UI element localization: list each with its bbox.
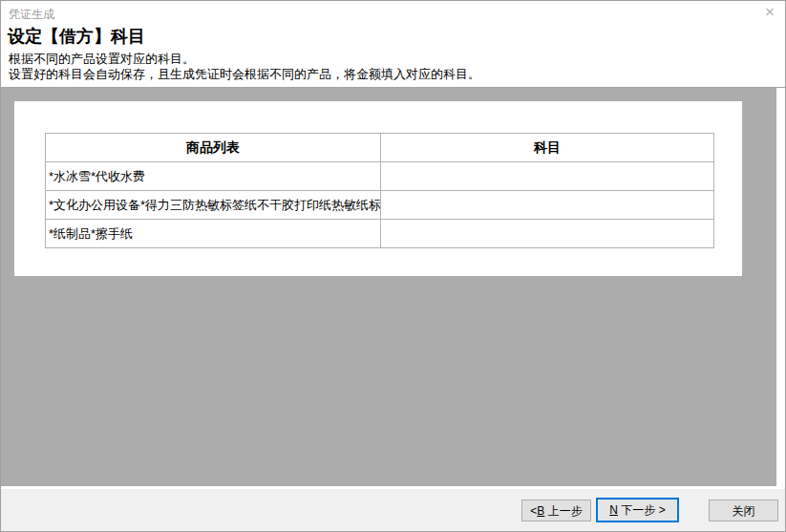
product-cell: *纸制品*擦手纸 xyxy=(46,220,381,248)
white-panel: 商品列表 科目 *水冰雪*代收水费 *文化办公用设备*得力三防热敏标签纸不干胶打… xyxy=(14,101,742,276)
table-row: *文化办公用设备*得力三防热敏标签纸不干胶打印纸热敏纸标签纸 xyxy=(46,191,714,220)
subject-cell[interactable] xyxy=(381,220,714,248)
next-button-accesskey: N xyxy=(609,503,618,517)
products-subjects-table: 商品列表 科目 *水冰雪*代收水费 *文化办公用设备*得力三防热敏标签纸不干胶打… xyxy=(45,133,714,248)
table-header-row: 商品列表 科目 xyxy=(46,134,714,162)
next-button-label: 下一步 > xyxy=(618,503,666,517)
close-icon[interactable]: × xyxy=(765,4,775,20)
subject-cell[interactable] xyxy=(381,162,714,191)
subject-cell[interactable] xyxy=(381,191,714,220)
description-line-2: 设置好的科目会自动保存，且生成凭证时会根据不同的产品，将金额填入对应的科目。 xyxy=(9,67,480,81)
content-area: 商品列表 科目 *水冰雪*代收水费 *文化办公用设备*得力三防热敏标签纸不干胶打… xyxy=(1,88,776,486)
back-button-label: 上一步 xyxy=(544,504,582,518)
dialog-footer: <B 上一步 N 下一步 > 关闭 xyxy=(1,489,785,531)
close-button[interactable]: 关闭 xyxy=(709,500,778,521)
voucher-generation-dialog: 凭证生成 × 设定【借方】科目 根据不同的产品设置对应的科目。 设置好的科目会自… xyxy=(0,0,786,532)
table-row: *纸制品*擦手纸 xyxy=(46,220,714,248)
page-title: 设定【借方】科目 xyxy=(8,26,145,47)
product-cell: *文化办公用设备*得力三防热敏标签纸不干胶打印纸热敏纸标签纸 xyxy=(46,191,381,220)
column-header-subject: 科目 xyxy=(381,134,714,162)
next-button[interactable]: N 下一步 > xyxy=(596,498,679,522)
product-cell: *水冰雪*代收水费 xyxy=(46,162,381,191)
dialog-title: 凭证生成 xyxy=(9,7,54,23)
column-header-products: 商品列表 xyxy=(46,134,381,162)
back-button[interactable]: <B 上一步 xyxy=(521,500,591,521)
description-line-1: 根据不同的产品设置对应的科目。 xyxy=(9,52,195,66)
dialog-header: 凭证生成 × 设定【借方】科目 根据不同的产品设置对应的科目。 设置好的科目会自… xyxy=(1,1,785,88)
table-row: *水冰雪*代收水费 xyxy=(46,162,714,191)
